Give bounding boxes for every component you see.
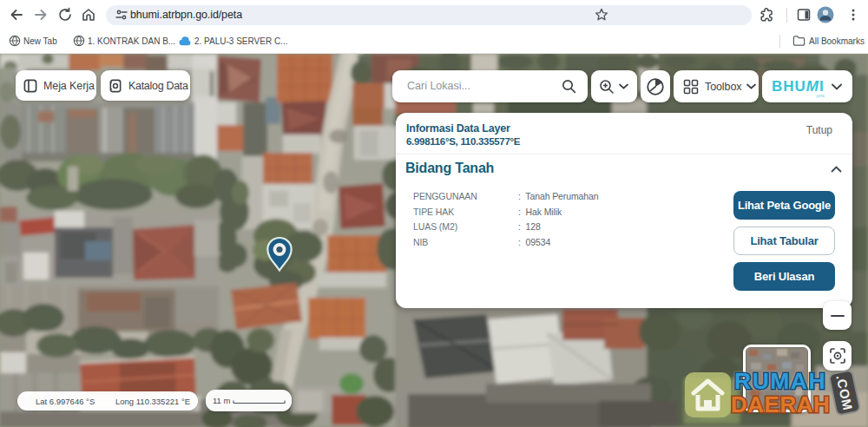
- svg-text:RUMAH: RUMAH: [734, 368, 826, 394]
- svg-text:DAERAH: DAERAH: [731, 391, 830, 417]
